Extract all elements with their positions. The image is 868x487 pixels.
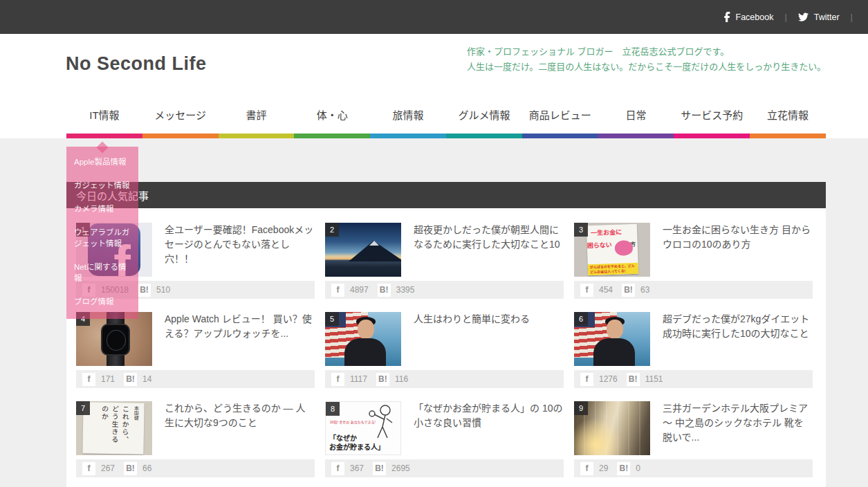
facebook-share-icon: f (82, 462, 95, 475)
facebook-share-count: 1117 (350, 374, 367, 384)
person-face (607, 320, 623, 339)
dropdown-item-camera[interactable]: カメラ情報 (66, 197, 138, 221)
article-title[interactable]: 三井ガーデンホテル大阪プレミア ～ 中之島のシックなホテル 靴を脱いで... (663, 401, 813, 455)
hatena-share-count: 63 (640, 285, 649, 295)
twitter-link-label: Twitter (814, 12, 840, 22)
topbar-separator: | (784, 12, 786, 22)
nav-underline-segment (294, 134, 370, 138)
facebook-share-icon: f (580, 373, 593, 386)
share-bar: f 454 B! 63 (574, 281, 813, 299)
site-tagline: 作家・プロフェッショナル ブロガー 立花岳志公式ブログです。 人生は一度だけ。二… (467, 44, 826, 75)
article-thumbnail-book-cover[interactable]: 3 一生お金に困らない 生き方 がんばるのをやめると、どんどんお金は入ってくる! (574, 223, 650, 277)
hatena-share-count: 14 (142, 374, 151, 384)
article-thumbnail-mt-fuji[interactable]: 2 (325, 223, 401, 277)
hatena-share-count: 0 (636, 463, 640, 473)
hatena-share-count: 3395 (396, 285, 415, 295)
nav-item-bodymind[interactable]: 体・心 (294, 103, 370, 126)
nav-underline-segment (370, 134, 446, 138)
article-card: 9 三井ガーデンホテル大阪プレミア ～ 中之島のシックなホテル 靴を脱いで...… (574, 401, 813, 477)
rank-badge: 3 (574, 223, 588, 237)
share-bar: f 1276 B! 1151 (574, 370, 813, 388)
article-title[interactable]: 人生はわりと簡単に変わる (414, 312, 530, 366)
article-thumbnail-book-cover[interactable]: 7 これから、どう生きるのか 本田健 (76, 401, 152, 455)
nav-item-travel[interactable]: 旅情報 (370, 103, 446, 126)
article-title[interactable]: 全ユーザー要確認！Facebookメッセージのとんでもない落とし穴！！ (165, 223, 315, 277)
article-card: 4 Apple Watch レビュー！ 買い？使える？アップルウォッチを... … (76, 312, 315, 388)
nav-color-bar (66, 134, 826, 138)
nav-underline-segment (598, 134, 674, 138)
hatena-share-icon: B! (124, 462, 137, 475)
facebook-icon (724, 12, 730, 22)
article-thumbnail-apple-watch[interactable]: 4 (76, 312, 152, 366)
site-title[interactable]: No Second Life (66, 53, 207, 75)
nav-item-productreview[interactable]: 商品レビュー (522, 103, 598, 126)
article-card: 8 10倍! 幸せの あなたもできる! 「なぜかお金が貯まる人」 「なぜかお金が… (325, 401, 564, 477)
hatena-share-count: 1151 (645, 374, 663, 384)
article-thumbnail-hotel-room[interactable]: 9 (574, 401, 650, 455)
hatena-share-count: 2695 (391, 463, 410, 473)
hatena-share-icon: B! (124, 373, 137, 386)
nav-underline-segment (750, 134, 826, 138)
share-bar: f 29 B! 0 (574, 459, 813, 477)
share-bar: f 267 B! 66 (76, 459, 315, 477)
book-cover: これから、どう生きるのか 本田健 (82, 402, 144, 454)
it-nav-dropdown-menu: Apple製品情報 ガジェット情報 カメラ情報 ウェアラブルガジェット情報 Ne… (66, 147, 138, 319)
article-thumbnail-man-flag[interactable]: 5 (325, 312, 401, 366)
nav-underline-segment (446, 134, 522, 138)
article-title[interactable]: Apple Watch レビュー！ 買い？使える？アップルウォッチを... (165, 312, 315, 366)
article-title[interactable]: 超夜更かしだった僕が朝型人間になるために実行した大切なこと10 (414, 223, 564, 277)
rank-badge: 9 (574, 401, 588, 415)
nav-underline-segment (66, 134, 142, 138)
hatena-share-count: 116 (395, 374, 408, 384)
facebook-link[interactable]: Facebook (724, 12, 774, 22)
article-title[interactable]: 「なぜかお金が貯まる人」の 10の小さな良い習慣 (414, 401, 564, 455)
hatena-share-icon: B! (378, 284, 391, 297)
share-bar: f 1117 B! 116 (325, 370, 564, 388)
facebook-share-count: 1276 (599, 374, 618, 384)
hatena-share-icon: B! (627, 373, 640, 386)
site-header: No Second Life 作家・プロフェッショナル ブロガー 立花岳志公式ブ… (0, 34, 868, 138)
article-card: 5 人生はわりと簡単に変わる f 1117 B! 116 (325, 312, 564, 388)
hatena-share-icon: B! (617, 462, 630, 475)
dropdown-item-wearable[interactable]: ウェアラブルガジェット情報 (66, 221, 138, 255)
twitter-icon (798, 12, 809, 21)
nav-item-it[interactable]: IT情報 (66, 103, 142, 126)
facebook-share-icon: f (580, 462, 593, 475)
nav-item-bookreview[interactable]: 書評 (219, 103, 295, 126)
article-card: 3 一生お金に困らない 生き方 がんばるのをやめると、どんどんお金は入ってくる!… (574, 223, 813, 299)
nav-item-gourmet[interactable]: グルメ情報 (446, 103, 522, 126)
dropdown-item-apple[interactable]: Apple製品情報 (66, 150, 138, 174)
hatena-share-icon: B! (376, 373, 389, 386)
nav-item-message[interactable]: メッセージ (142, 103, 219, 126)
popular-articles-grid: 1 f 全ユーザー要確認！Facebookメッセージのとんでもない落とし穴！！ … (66, 208, 826, 487)
rank-badge: 8 (326, 402, 340, 416)
article-title[interactable]: これから、どう生きるのか ― 人生に大切な9つのこと (165, 401, 315, 455)
share-bar: f 171 B! 14 (76, 370, 315, 388)
article-thumbnail-book-cover[interactable]: 8 10倍! 幸せの あなたもできる! 「なぜかお金が貯まる人」 (325, 401, 401, 455)
dropdown-item-net[interactable]: Netに関する情報 (66, 255, 138, 290)
facebook-share-icon: f (331, 373, 344, 386)
facebook-share-icon: f (82, 373, 95, 386)
share-bar: f 367 B! 2695 (325, 459, 564, 477)
nav-item-daily[interactable]: 日常 (598, 103, 674, 126)
top-social-bar: Facebook | Twitter | (0, 0, 868, 34)
facebook-share-count: 367 (350, 463, 364, 473)
facebook-share-count: 267 (101, 463, 115, 473)
mountain-snowcap (369, 241, 379, 246)
article-thumbnail-man-flag[interactable]: 6 (574, 312, 650, 366)
article-title[interactable]: 一生お金に困らない生き方 目からウロコの10のあり方 (663, 223, 813, 277)
topbar-separator: | (851, 12, 853, 22)
person-torso (344, 338, 386, 366)
nav-item-tachibana[interactable]: 立花情報 (750, 103, 826, 126)
rank-badge: 2 (325, 223, 339, 237)
nav-item-service[interactable]: サービス予約 (674, 103, 750, 126)
article-card: 7 これから、どう生きるのか 本田健 これから、どう生きるのか ― 人生に大切な… (76, 401, 315, 477)
article-card: 2 超夜更かしだった僕が朝型人間になるために実行した大切なこと10 f 4897… (325, 223, 564, 299)
hatena-share-count: 66 (142, 463, 151, 473)
dropdown-item-gadget[interactable]: ガジェット情報 (66, 174, 138, 197)
hatena-share-icon: B! (373, 462, 386, 475)
twitter-link[interactable]: Twitter (798, 12, 840, 22)
article-title[interactable]: 超デブだった僕が27kgダイエット成功時に実行した10の大切なこと (663, 312, 813, 366)
dropdown-item-blog[interactable]: ブログ情報 (66, 290, 138, 313)
person-face (358, 320, 374, 339)
